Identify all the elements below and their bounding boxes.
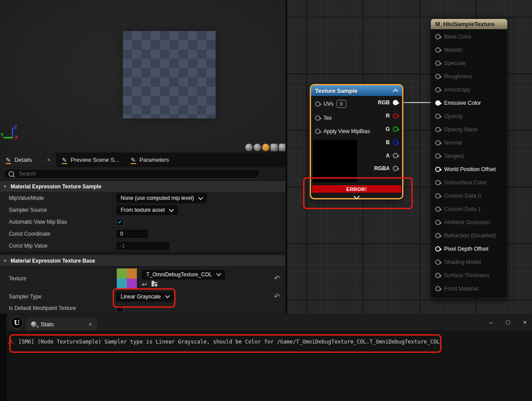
pin-icon[interactable] — [393, 126, 398, 132]
pin-icon[interactable] — [435, 61, 441, 66]
pin-icon[interactable] — [435, 127, 441, 132]
sampler-type-dropdown[interactable]: Linear Grayscale — [116, 292, 174, 302]
material-pin[interactable]: Shading Model — [435, 256, 507, 269]
mipvaluemode-dropdown[interactable]: None (use computed mip level) — [116, 193, 207, 203]
material-pin[interactable]: Surface Thickness — [435, 269, 507, 282]
material-pin[interactable]: Subsurface Color — [435, 176, 507, 189]
section-header-texture-sample[interactable]: ▼ Material Expression Texture Sample — [0, 181, 285, 192]
material-pin[interactable]: Emissive Color — [435, 96, 507, 110]
material-pin[interactable]: Refraction (Disabled) — [435, 229, 507, 242]
input-pin-tex[interactable]: Tex — [315, 113, 332, 123]
pin-icon[interactable] — [393, 113, 398, 118]
search-input[interactable] — [18, 170, 255, 177]
material-pin[interactable]: Specular — [435, 57, 507, 70]
reset-to-default-icon[interactable]: ↶ — [274, 292, 280, 301]
preview-shape-button[interactable] — [254, 144, 261, 151]
output-pin-g[interactable]: G — [386, 124, 398, 134]
tab-stats[interactable]: Stats × — [26, 317, 97, 331]
material-pin[interactable]: Metallic — [435, 43, 507, 57]
node-error-banner[interactable]: ERROR! — [312, 185, 401, 193]
search-box[interactable] — [4, 169, 260, 179]
pin-icon[interactable] — [435, 140, 441, 145]
minimize-icon[interactable]: – — [490, 319, 493, 326]
output-pin-r[interactable]: R — [386, 111, 398, 121]
material-pin[interactable]: Pixel Depth Offset — [435, 242, 507, 256]
uvs-value-box[interactable]: 0 — [337, 100, 346, 108]
maximize-icon[interactable]: □ — [506, 319, 509, 326]
pin-icon[interactable] — [435, 180, 441, 185]
output-pin-a[interactable]: A — [386, 151, 398, 160]
pin-icon[interactable] — [435, 233, 441, 238]
material-pin[interactable]: Front Material — [435, 282, 507, 295]
material-result-node[interactable]: M_HlslSampleTexture Base Color Metallic … — [431, 19, 507, 298]
browse-to-asset-icon[interactable] — [152, 282, 157, 286]
pin-icon[interactable] — [435, 114, 441, 119]
pin-icon[interactable] — [435, 167, 441, 172]
pin-icon[interactable] — [393, 153, 398, 158]
section-header-texture-base[interactable]: ▼ Material Expression Texture Base — [0, 255, 285, 267]
pin-icon[interactable] — [435, 220, 441, 225]
input-pin-apply-view-mipbias[interactable]: Apply View MipBias — [315, 126, 370, 136]
preview-shape-button[interactable] — [262, 144, 270, 151]
pin-icon[interactable] — [435, 260, 441, 265]
material-pin[interactable]: Custom Data 1 — [435, 202, 507, 216]
output-pin-b[interactable]: B — [386, 137, 398, 147]
input-pin-uvs[interactable]: UVs 0 — [315, 99, 346, 109]
pin-icon[interactable] — [315, 115, 320, 121]
material-pin[interactable]: Normal — [435, 136, 507, 149]
pin-icon[interactable] — [393, 166, 398, 171]
material-pin[interactable]: Base Color — [435, 30, 507, 43]
pin-icon[interactable] — [435, 206, 441, 212]
tab-parameters[interactable]: ✎ Parameters — [125, 153, 175, 167]
automatic-view-mip-bias-checkbox[interactable]: ✓ — [116, 218, 124, 226]
tab-details[interactable]: ✎ Details × — [0, 153, 56, 167]
material-pin[interactable]: Opacity Mask — [435, 123, 507, 136]
pin-icon[interactable] — [435, 246, 441, 252]
pin-icon[interactable] — [435, 47, 441, 53]
material-pin[interactable]: Custom Data 0 — [435, 189, 507, 202]
tab-preview-scene-settings[interactable]: ✎ Preview Scene S... — [56, 153, 125, 167]
collapse-node-icon[interactable] — [393, 88, 399, 94]
const-mip-value-input[interactable]: -1 — [116, 242, 169, 250]
material-pin[interactable]: World Position Offset — [435, 163, 507, 176]
preview-shape-button[interactable] — [270, 144, 278, 151]
texture-sample-node-header[interactable]: Texture Sample — [311, 85, 402, 96]
texture-sample-node[interactable]: Texture Sample UVs 0 Tex Apply View MipB… — [310, 84, 403, 199]
sampler-source-dropdown[interactable]: From texture asset — [116, 205, 178, 215]
pin-icon[interactable] — [435, 87, 441, 92]
material-pin[interactable]: Anisotropy — [435, 83, 507, 96]
output-pin-rgb[interactable]: RGB — [378, 98, 398, 107]
material-pin[interactable]: Tangent — [435, 149, 507, 163]
close-icon[interactable]: × — [523, 319, 527, 326]
output-pin-rgba[interactable]: RGBA — [374, 164, 398, 173]
reset-to-default-icon[interactable]: ↶ — [274, 274, 280, 283]
is-default-meshpaint-checkbox[interactable] — [116, 305, 124, 312]
pin-icon[interactable] — [315, 129, 320, 134]
texture-thumbnail[interactable] — [116, 268, 137, 289]
material-pin[interactable]: Roughness — [435, 70, 507, 83]
pin-icon[interactable] — [435, 153, 441, 159]
error-expand-chevron-icon[interactable] — [353, 193, 360, 199]
material-preview-viewport[interactable]: Z Y X — [0, 0, 285, 153]
preview-shape-button[interactable] — [245, 144, 253, 151]
material-pin[interactable]: Opacity — [435, 110, 507, 123]
stats-error-message[interactable]: [SM6] (Node TextureSample) Sampler type … — [18, 339, 440, 345]
pin-icon[interactable] — [435, 34, 441, 39]
pin-icon[interactable] — [435, 273, 441, 278]
material-node-header[interactable]: M_HlslSampleTexture — [431, 19, 507, 29]
pin-icon[interactable] — [393, 140, 398, 145]
section-collapse-icon[interactable]: ▼ — [3, 259, 7, 263]
texture-asset-dropdown[interactable]: T_OmniDebugTexture_COL — [142, 270, 225, 279]
pin-icon[interactable] — [435, 100, 441, 106]
const-coordinate-input[interactable]: 0 — [116, 230, 148, 238]
pin-icon[interactable] — [393, 100, 398, 105]
pin-icon[interactable] — [435, 74, 441, 79]
pin-icon[interactable] — [435, 286, 441, 291]
tab-close-icon[interactable]: × — [88, 321, 92, 328]
pin-icon[interactable] — [435, 193, 441, 199]
pin-icon[interactable] — [315, 101, 320, 107]
tab-close-icon[interactable]: × — [47, 157, 50, 163]
material-pin[interactable]: Ambient Occlusion — [435, 216, 507, 229]
use-selected-asset-icon[interactable]: ↩ — [142, 281, 147, 287]
section-collapse-icon[interactable]: ▼ — [3, 184, 7, 189]
